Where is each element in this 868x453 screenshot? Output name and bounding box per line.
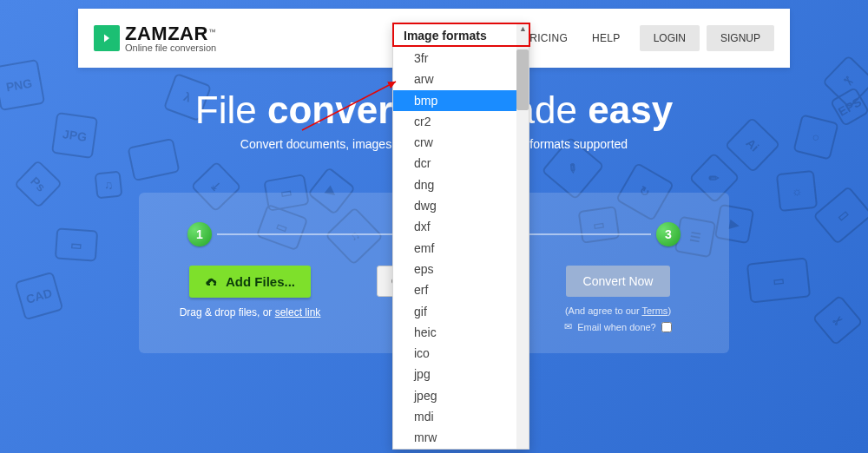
step-1-col: Add Files... Drag & drop files, or selec… — [163, 266, 337, 318]
format-option-ico[interactable]: ico — [393, 343, 529, 364]
email-when-done-checkbox[interactable] — [661, 322, 672, 332]
email-when-done-label: Email when done? — [577, 322, 656, 332]
step-1-badge: 1 — [187, 222, 212, 246]
drag-drop-hint: Drag & drop files, or select link — [163, 306, 337, 318]
format-option-erf[interactable]: erf — [393, 279, 529, 300]
format-option-3fr[interactable]: 3fr — [393, 48, 529, 69]
format-option-mrw[interactable]: mrw — [393, 427, 529, 448]
format-option-dng[interactable]: dng — [393, 174, 529, 195]
dropdown-scrollbar[interactable]: ▲ — [516, 23, 529, 449]
format-option-dxf[interactable]: dxf — [393, 216, 529, 237]
brand-name: ZAMZAR — [125, 23, 208, 44]
format-option-jpeg[interactable]: jpeg — [393, 385, 529, 406]
email-when-done-row: ✉ Email when done? — [531, 321, 705, 332]
step-3-badge: 3 — [656, 222, 681, 246]
format-option-crw[interactable]: crw — [393, 132, 529, 153]
format-option-dwg[interactable]: dwg — [393, 195, 529, 216]
select-link[interactable]: select link — [275, 306, 321, 318]
envelope-icon: ✉ — [564, 321, 572, 332]
convert-now-button[interactable]: Convert Now — [566, 266, 671, 297]
format-option-gif[interactable]: gif — [393, 301, 529, 322]
format-option-eps[interactable]: eps — [393, 259, 529, 279]
format-option-arw[interactable]: arw — [393, 69, 529, 89]
brand-tagline: Online file conversion — [125, 43, 216, 54]
logo[interactable]: ZAMZAR™ Online file conversion — [78, 23, 232, 54]
cloud-upload-icon — [205, 275, 219, 289]
logo-icon — [94, 25, 120, 51]
add-files-button[interactable]: Add Files... — [189, 266, 311, 298]
format-option-mdi[interactable]: mdi — [393, 406, 529, 427]
step-3-col: Convert Now (And agree to our Terms) ✉ E… — [531, 266, 705, 332]
trademark: ™ — [208, 27, 216, 36]
scroll-up-icon[interactable]: ▲ — [519, 24, 527, 33]
format-option-jpg[interactable]: jpg — [393, 364, 529, 384]
add-files-label: Add Files... — [226, 274, 295, 289]
format-option-heic[interactable]: heic — [393, 322, 529, 343]
nav-link-help[interactable]: HELP — [580, 32, 633, 44]
terms-link[interactable]: Terms — [641, 305, 667, 316]
dropdown-header: Image formats — [393, 23, 529, 48]
format-dropdown[interactable]: ▲ Image formats 3frarwbmpcr2crwdcrdngdwg… — [392, 23, 529, 450]
login-button[interactable]: LOGIN — [640, 25, 700, 51]
format-option-emf[interactable]: emf — [393, 238, 529, 259]
scrollbar-thumb[interactable] — [516, 49, 529, 110]
format-option-bmp[interactable]: bmp — [393, 90, 529, 111]
signup-button[interactable]: SIGNUP — [707, 25, 774, 51]
format-option-cr2[interactable]: cr2 — [393, 111, 529, 132]
terms-text: (And agree to our Terms) — [531, 305, 705, 316]
format-option-dcr[interactable]: dcr — [393, 153, 529, 174]
